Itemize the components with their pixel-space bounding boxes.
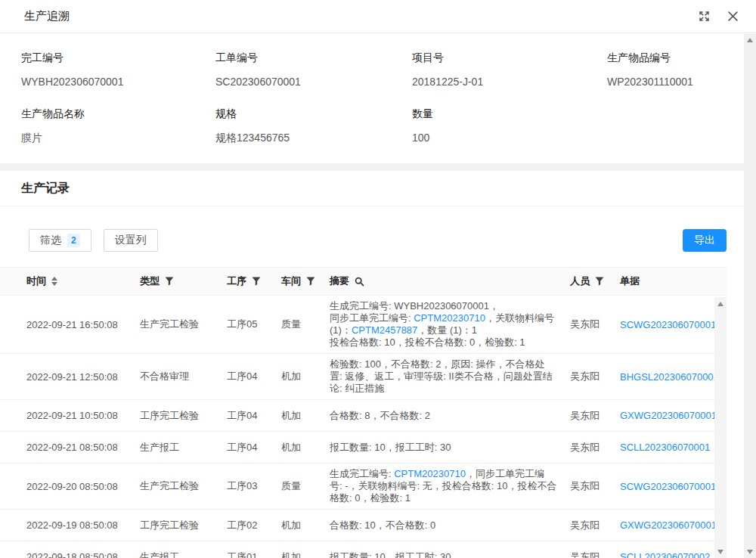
- cell-time: 2022-09-19 08:50:08: [0, 519, 140, 531]
- summary-line: 同步工单完工编号: CPTM20230710，关联物料编号: [330, 312, 570, 324]
- cell-process: 工序05: [227, 318, 281, 331]
- table-row: 2022-09-21 10:50:08工序完工检验工序04机加合格数: 8，不合…: [0, 400, 727, 432]
- summary-link[interactable]: CPTM20230710: [414, 312, 485, 324]
- filter-icon[interactable]: [595, 277, 604, 286]
- close-icon[interactable]: [726, 10, 739, 23]
- summary-text: 合格数: 10，不合格数: 0: [330, 519, 435, 531]
- cell-document: SCWG202306070001: [620, 481, 727, 492]
- doc-link[interactable]: SCLL202306070001: [620, 442, 710, 453]
- field-label: 数量: [412, 107, 607, 121]
- cell-process: 工序01: [227, 550, 281, 558]
- scroll-down-icon[interactable]: [747, 550, 753, 554]
- summary-text: 置: 返修、返工，审理等级: II类不合格，问题处置结: [330, 370, 553, 382]
- search-icon[interactable]: [355, 277, 364, 287]
- cell-time: 2022-09-21 12:50:08: [0, 371, 140, 383]
- doc-link[interactable]: SCWG202306070001: [620, 481, 716, 492]
- summary-line: 号: -，关联物料编号: 无，投检合格数: 10，投检不合: [330, 480, 570, 492]
- filter-button-label: 筛选: [40, 234, 61, 247]
- table-header-row: 时间 类型 工序 车间 摘要: [0, 267, 727, 296]
- summary-text: ，数量 (1)：1: [417, 324, 477, 336]
- summary-text: ，同步工单完工编: [466, 468, 544, 479]
- cell-document: SCLL202306070001: [620, 442, 727, 453]
- cell-person: 吴东阳: [570, 519, 620, 532]
- column-label: 工序: [227, 274, 246, 288]
- cell-workshop: 质量: [281, 479, 330, 493]
- summary-link[interactable]: CPTM20230710: [394, 468, 466, 479]
- summary-text: 格数: 0，检验数: 1: [330, 492, 411, 504]
- column-header-person[interactable]: 人员: [570, 274, 620, 288]
- table-row: 2022-09-18 08:50:08生产报工工序01机加报工数量: 10，报工…: [0, 541, 727, 558]
- cell-person: 吴东阳: [570, 409, 620, 423]
- field-workorder-no: 工单编号 SC202306070001: [215, 51, 412, 88]
- summary-text: 检验数: 100，不合格数: 2，原因: 操作，不合格处: [330, 358, 545, 370]
- column-header-time[interactable]: 时间: [26, 274, 140, 288]
- column-header-process[interactable]: 工序: [227, 274, 281, 288]
- summary-line: 检验数: 100，不合格数: 2，原因: 操作，不合格处: [330, 358, 570, 370]
- cell-time: 2022-09-18 08:50:08: [0, 551, 140, 558]
- cell-document: BHGSL202306070001: [620, 371, 727, 383]
- sort-icon[interactable]: [51, 277, 57, 286]
- modal-scrollbar[interactable]: [744, 34, 756, 558]
- field-label: 生产物品名称: [21, 107, 215, 121]
- cell-workshop: 机加: [281, 519, 330, 532]
- field-spec: 规格 规格123456765: [215, 107, 412, 145]
- modal-header: 生产追溯: [0, 0, 756, 33]
- doc-link[interactable]: GXWG202306070001: [620, 410, 717, 421]
- field-value: SC202306070001: [215, 76, 412, 88]
- field-value: 100: [412, 132, 607, 144]
- filter-icon[interactable]: [165, 277, 174, 286]
- cell-person: 吴东阳: [570, 479, 620, 493]
- field-label: 项目号: [412, 51, 607, 65]
- scroll-up-icon[interactable]: [717, 302, 723, 306]
- table-row: 2022-09-20 08:50:08生产完工检验工序03质量生成完工编号: C…: [0, 463, 727, 510]
- set-columns-button[interactable]: 设置列: [104, 229, 158, 252]
- records-title: 生产记录: [21, 181, 70, 194]
- cell-time: 2022-09-21 08:50:08: [0, 442, 140, 453]
- set-columns-label: 设置列: [115, 234, 147, 247]
- field-label: 生产物品编号: [607, 51, 735, 65]
- order-info-grid: 完工编号 WYBH202306070001 工单编号 SC20230607000…: [21, 51, 735, 145]
- cell-process: 工序02: [227, 519, 281, 532]
- cell-summary: 合格数: 8，不合格数: 2: [330, 410, 570, 422]
- doc-link[interactable]: GXWG202306070001: [620, 519, 717, 531]
- cell-person: 吴东阳: [570, 318, 620, 331]
- cell-summary: 生成完工编号: WYBH202306070001，同步工单完工编号: CPTM2…: [330, 300, 570, 349]
- cell-document: SCLL202306070002: [620, 551, 727, 558]
- cell-type: 生产报工: [140, 550, 227, 558]
- table-scrollbar[interactable]: [714, 297, 727, 558]
- cell-time: 2022-09-21 10:50:08: [0, 410, 140, 421]
- summary-line: (1)：CPTM2457887，数量 (1)：1: [330, 324, 570, 336]
- summary-link[interactable]: CPTM2457887: [352, 324, 417, 336]
- scroll-up-icon[interactable]: [747, 38, 753, 42]
- export-button[interactable]: 导出: [683, 229, 727, 252]
- production-records-section: 生产记录 筛选 2 设置列 导出 时间 类型: [0, 171, 756, 558]
- cell-summary: 合格数: 10，不合格数: 0: [330, 519, 570, 532]
- column-header-type[interactable]: 类型: [140, 274, 227, 288]
- cell-process: 工序04: [227, 370, 281, 383]
- scroll-down-icon[interactable]: [717, 550, 723, 554]
- summary-line: 报工数量: 10，报工工时: 30: [330, 551, 570, 558]
- summary-text: 同步工单完工编号:: [330, 312, 414, 324]
- filter-button[interactable]: 筛选 2: [29, 229, 91, 252]
- filter-icon[interactable]: [252, 277, 261, 286]
- records-toolbar: 筛选 2 设置列 导出: [0, 229, 756, 252]
- filter-icon[interactable]: [306, 277, 315, 286]
- doc-link[interactable]: SCLL202306070002: [620, 551, 710, 558]
- cell-document: GXWG202306070001: [620, 410, 727, 421]
- cell-summary: 报工数量: 10，报工工时: 30: [330, 442, 570, 454]
- doc-link[interactable]: BHGSL202306070001: [620, 371, 719, 383]
- summary-line: 格数: 0，检验数: 1: [330, 492, 570, 504]
- summary-text: (1)：: [330, 324, 352, 336]
- summary-line: 报工数量: 10，报工工时: 30: [330, 442, 570, 454]
- doc-link[interactable]: SCWG202306070001: [620, 319, 716, 330]
- fullscreen-icon[interactable]: [697, 10, 711, 23]
- field-completion-no: 完工编号 WYBH202306070001: [21, 51, 215, 88]
- cell-process: 工序04: [227, 441, 281, 454]
- column-header-summary[interactable]: 摘要: [330, 274, 570, 288]
- table-row: 2022-09-19 08:50:08工序完工检验工序02机加合格数: 10，不…: [0, 510, 727, 541]
- column-header-workshop[interactable]: 车间: [281, 274, 330, 288]
- field-label: 工单编号: [215, 51, 412, 65]
- field-value: 规格123456765: [215, 132, 412, 145]
- summary-text: 论: 纠正措施: [330, 383, 384, 394]
- cell-workshop: 机加: [281, 550, 330, 558]
